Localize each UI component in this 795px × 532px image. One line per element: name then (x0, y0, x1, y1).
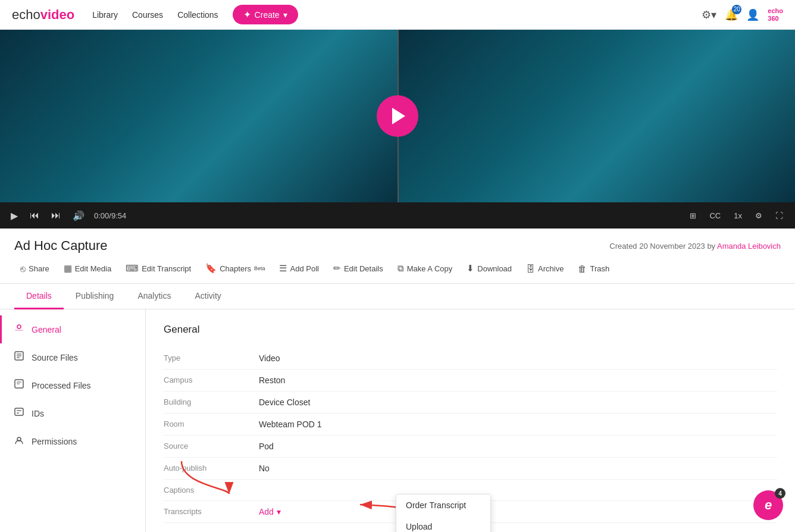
video-title: Ad Hoc Capture (14, 238, 108, 254)
share-icon: ⎋ (20, 264, 26, 274)
settings-chevron: ▾ (711, 9, 716, 21)
tab-activity[interactable]: Activity (183, 284, 233, 309)
chapters-button[interactable]: 🔖 ChaptersBeta (199, 259, 271, 277)
title-area: Ad Hoc Capture Created 20 November 2023 … (0, 229, 795, 254)
sidebar-item-ids[interactable]: IDs (0, 399, 145, 427)
logo[interactable]: echovideo (12, 7, 74, 23)
fullscreen-button[interactable]: ⛶ (772, 210, 787, 221)
nav-icons: ⚙▾ 🔔 20 👤 echo 360 (702, 7, 783, 21)
add-poll-label: Add Poll (290, 264, 318, 273)
field-campus: Campus Reston (164, 370, 777, 392)
notification-badge: 20 (732, 5, 741, 14)
nav-library[interactable]: Library (92, 10, 118, 20)
download-label: Download (477, 264, 512, 273)
action-toolbar: ⎋ Share ▦ Edit Media ⌨ Edit Transcript 🔖… (0, 254, 795, 284)
creator-link[interactable]: Amanda Leibovich (717, 242, 781, 251)
echo360-logo: echo 360 (768, 7, 783, 21)
archive-icon: 🗄 (526, 264, 535, 274)
settings-button[interactable]: ⚙▾ (702, 8, 716, 21)
edit-details-icon: ✏ (333, 263, 341, 274)
download-button[interactable]: ⬇ Download (461, 259, 518, 277)
edit-transcript-button[interactable]: ⌨ Edit Transcript (120, 259, 197, 277)
share-label: Share (29, 264, 49, 273)
sidebar-source-files-label: Source Files (32, 353, 78, 362)
edit-media-button[interactable]: ▦ Edit Media (58, 259, 117, 277)
sidebar-item-general[interactable]: General (0, 315, 145, 343)
speed-button[interactable]: 1x (730, 210, 746, 221)
tab-publishing[interactable]: Publishing (64, 284, 126, 309)
field-type: Type Video (164, 348, 777, 370)
video-left-panel (0, 30, 398, 202)
add-transcript-label: Add (259, 507, 274, 517)
field-source: Source Pod (164, 436, 777, 458)
field-value-building: Device Closet (259, 398, 310, 407)
add-transcript-chevron: ▾ (277, 507, 281, 517)
trash-button[interactable]: 🗑 Trash (572, 260, 615, 277)
dropdown-item-order-transcript[interactable]: Order Transcript (396, 495, 490, 516)
volume-button[interactable]: 🔊 (70, 208, 87, 224)
section-title: General (164, 324, 777, 336)
tab-analytics[interactable]: Analytics (126, 284, 183, 309)
nav-courses[interactable]: Courses (132, 10, 163, 20)
field-label-autopublish: Auto-publish (164, 464, 259, 472)
edit-details-label: Edit Details (344, 264, 383, 273)
notifications-button[interactable]: 🔔 20 (725, 8, 738, 21)
grid-view-button[interactable]: ⊞ (686, 210, 700, 221)
field-value-room: Webteam POD 1 (259, 420, 322, 429)
sidebar-processed-files-label: Processed Files (32, 381, 91, 390)
sidebar-item-permissions[interactable]: Permissions (0, 427, 145, 455)
field-autopublish: Auto-publish No (164, 458, 777, 480)
logo-video-text: video (40, 7, 74, 23)
sidebar-item-source-files[interactable]: Source Files (0, 343, 145, 371)
field-label-transcripts: Transcripts (164, 507, 259, 516)
share-button[interactable]: ⎋ Share (14, 260, 55, 277)
dropdown-item-upload[interactable]: Upload (396, 516, 490, 532)
content-area: General Source Files Processed Files IDs… (0, 309, 795, 532)
echo-fab-badge: 4 (775, 488, 785, 499)
create-button[interactable]: ✦ Create ▾ (233, 5, 298, 24)
processed-files-icon (14, 378, 24, 392)
add-transcript-button[interactable]: Add ▾ (259, 507, 281, 517)
field-room: Room Webteam POD 1 (164, 414, 777, 436)
chapters-badge: Beta (254, 265, 265, 271)
edit-media-icon: ▦ (64, 263, 72, 274)
edit-media-label: Edit Media (75, 264, 111, 273)
field-value-campus: Reston (259, 375, 285, 385)
sidebar-ids-label: IDs (32, 409, 44, 418)
forward-button[interactable]: ⏭ (49, 208, 63, 223)
settings-video-button[interactable]: ⚙ (752, 210, 766, 221)
sidebar-item-processed-files[interactable]: Processed Files (0, 371, 145, 399)
ids-icon (14, 406, 24, 420)
make-copy-button[interactable]: ⧉ Make A Copy (392, 259, 459, 277)
edit-transcript-icon: ⌨ (126, 263, 139, 274)
field-label-type: Type (164, 353, 259, 362)
field-value-autopublish: No (259, 464, 270, 473)
nav-links: Library Courses Collections ✦ Create ▾ (92, 5, 702, 24)
sidebar-general-label: General (32, 325, 61, 334)
svg-rect-1 (15, 330, 23, 331)
trash-label: Trash (590, 264, 609, 273)
video-player (0, 30, 795, 202)
svg-rect-7 (15, 408, 23, 415)
top-navigation: echovideo Library Courses Collections ✦ … (0, 0, 795, 30)
main-panel: General Type Video Campus Reston Buildin… (146, 309, 795, 532)
nav-collections[interactable]: Collections (177, 10, 218, 20)
play-pause-button[interactable]: ▶ (8, 208, 20, 224)
caption-button[interactable]: CC (706, 210, 724, 221)
add-poll-button[interactable]: ☰ Add Poll (273, 259, 324, 277)
make-copy-label: Make A Copy (407, 264, 453, 273)
time-display: 0:00/9:54 (94, 211, 679, 220)
play-button-overlay[interactable] (377, 95, 418, 137)
rewind-button[interactable]: ⏮ (27, 208, 42, 223)
edit-details-button[interactable]: ✏ Edit Details (327, 259, 389, 277)
echo-fab-button[interactable]: e 4 (753, 490, 783, 520)
tab-details[interactable]: Details (14, 284, 64, 309)
field-value-type: Video (259, 353, 280, 363)
user-button[interactable]: 👤 (746, 8, 759, 21)
video-controls-bar: ▶ ⏮ ⏭ 🔊 0:00/9:54 ⊞ CC 1x ⚙ ⛶ (0, 202, 795, 229)
archive-button[interactable]: 🗄 Archive (520, 260, 569, 277)
created-info: Created 20 November 2023 by Amanda Leibo… (609, 242, 781, 251)
svg-point-0 (17, 325, 21, 328)
field-value-transcripts: Add ▾ (259, 507, 281, 517)
source-files-icon (14, 351, 24, 364)
